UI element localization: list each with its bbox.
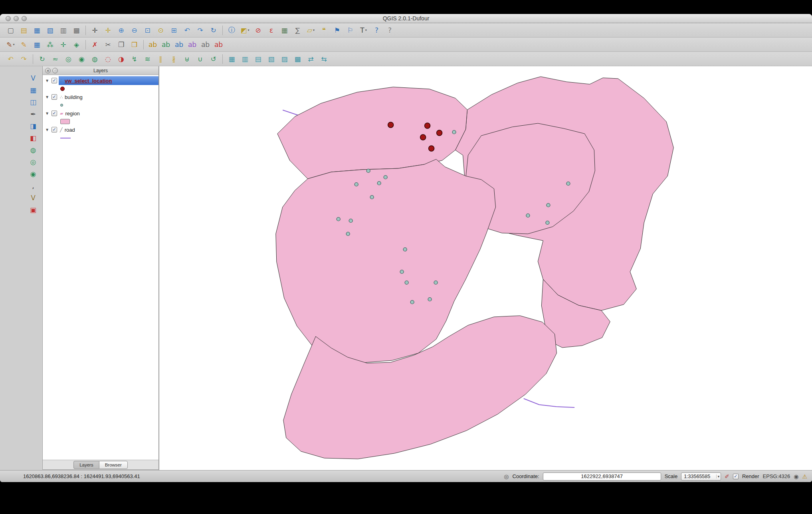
show-bookmarks-button[interactable]: ⚐	[344, 25, 357, 36]
map-canvas[interactable]	[159, 66, 812, 470]
table-move-button[interactable]: ▧	[265, 53, 278, 65]
label-show-hide-button[interactable]: ab	[199, 39, 212, 50]
delete-ring-button[interactable]: ◌	[101, 53, 115, 65]
move-feature-button[interactable]: ✛	[57, 39, 70, 50]
rotate-feature-button[interactable]: ↻	[36, 53, 49, 65]
select-features-button[interactable]: ◩▾	[238, 25, 252, 36]
merge-attributes-button[interactable]: ∪	[194, 53, 207, 65]
save-project-as-button[interactable]: ▧	[44, 25, 57, 36]
map-tips-button[interactable]: ❝	[317, 25, 331, 36]
labeling-button[interactable]: ab	[146, 39, 159, 50]
pan-map-button[interactable]: ✛	[88, 25, 101, 36]
zoom-next-button[interactable]: ↷	[194, 25, 207, 36]
zoom-full-button[interactable]: ⊡	[141, 25, 154, 36]
fill-ring-button[interactable]: ◍	[88, 53, 101, 65]
label-move-button[interactable]: ab	[159, 39, 172, 50]
add-spatialite-layer-button[interactable]: ✒	[26, 109, 40, 120]
select-features-dropdown-icon[interactable]: ▾	[248, 28, 250, 32]
open-attribute-table-button[interactable]: ▦	[278, 25, 291, 36]
raster-export-button[interactable]: ▦	[225, 53, 238, 65]
layer-item-road[interactable]: ▼✓╱road	[43, 125, 158, 134]
delete-selected-button[interactable]: ✗	[88, 39, 101, 50]
current-edits-button[interactable]: ✎▾	[4, 39, 17, 50]
layer-transfer-button[interactable]: ⇆	[317, 53, 331, 65]
tab-browser[interactable]: Browser	[99, 461, 128, 469]
rotate-point-symbols-button[interactable]: ↺	[207, 53, 220, 65]
split-parts-button[interactable]: ∦	[167, 53, 180, 65]
layer-item-region[interactable]: ▼✓▰region	[43, 109, 158, 118]
field-calculator-button[interactable]: ∑	[291, 25, 304, 36]
layer-visibility-checkbox[interactable]: ✓	[51, 78, 57, 83]
new-project-button[interactable]: ▢	[4, 25, 17, 36]
paste-features-button[interactable]: ❒	[128, 39, 141, 50]
layer-visibility-checkbox[interactable]: ✓	[51, 94, 57, 100]
text-annotation-dropdown-icon[interactable]: ▾	[365, 28, 367, 32]
copy-features-button[interactable]: ❐	[115, 39, 128, 50]
new-shapefile-layer-button[interactable]: V	[26, 192, 40, 204]
reshape-features-button[interactable]: ↯	[128, 53, 141, 65]
label-properties-button[interactable]: ab	[212, 39, 225, 50]
scale-dropdown-icon[interactable]: ▾	[716, 474, 720, 478]
simplify-feature-button[interactable]: ≈	[49, 53, 62, 65]
merge-features-button[interactable]: ⊎	[180, 53, 194, 65]
layer-label-area[interactable]: ∴building	[59, 93, 158, 101]
map-refresh-button[interactable]: ↻	[207, 25, 220, 36]
layer-label-area[interactable]: ╱road	[59, 125, 158, 134]
measure-dropdown-icon[interactable]: ▾	[313, 28, 315, 32]
select-by-expression-button[interactable]: ε	[265, 25, 278, 36]
layer-label-area[interactable]: ▰region	[59, 109, 158, 118]
undo-button[interactable]: ↶	[4, 53, 17, 65]
zoom-in-button[interactable]: ⊕	[115, 25, 128, 36]
composer-manager-button[interactable]: ▩	[70, 25, 83, 36]
add-vector-layer-button[interactable]: V	[26, 73, 40, 84]
save-layer-edits-button[interactable]: ▦	[30, 39, 44, 50]
label-pin-button[interactable]: ab	[186, 39, 199, 50]
zoom-to-layer-button[interactable]: ⊞	[167, 25, 180, 36]
split-features-button[interactable]: ∥	[154, 53, 167, 65]
offset-curve-button[interactable]: ≋	[141, 53, 154, 65]
zoom-window-button[interactable]	[22, 16, 27, 21]
layer-item-vw_select_location[interactable]: ▼✓∴vw_select_location	[43, 76, 158, 85]
coordinate-input[interactable]	[543, 472, 661, 480]
raster-import-button[interactable]: ▥	[238, 53, 252, 65]
pan-map-to-selection-button[interactable]: ✛	[101, 25, 115, 36]
add-wms-layer-button[interactable]: ◍	[26, 144, 40, 156]
add-mssql-layer-button[interactable]: ◨	[26, 121, 40, 132]
node-tool-button[interactable]: ◈	[70, 39, 83, 50]
mouse-position-icon[interactable]: ◎	[504, 473, 509, 480]
add-part-button[interactable]: ◉	[75, 53, 88, 65]
table-copy-button[interactable]: ▤	[252, 53, 265, 65]
zoom-out-button[interactable]: ⊖	[128, 25, 141, 36]
open-project-button[interactable]: ▤	[17, 25, 30, 36]
delete-part-button[interactable]: ◑	[115, 53, 128, 65]
measure-button[interactable]: ▱▾	[304, 25, 317, 36]
layer-item-building[interactable]: ▼✓∴building	[43, 93, 158, 101]
add-postgis-layer-button[interactable]: ◫	[26, 97, 40, 108]
render-checkbox[interactable]: ✓	[733, 474, 739, 479]
layer-visibility-checkbox[interactable]: ✓	[51, 127, 57, 132]
add-ring-button[interactable]: ◎	[62, 53, 75, 65]
add-feature-button[interactable]: ⁂	[44, 39, 57, 50]
save-project-button[interactable]: ▦	[30, 25, 44, 36]
close-window-button[interactable]	[6, 16, 11, 21]
new-print-composer-button[interactable]: ▥	[57, 25, 70, 36]
float-panel-button[interactable]: ◦	[52, 68, 58, 73]
render-toggle[interactable]: ✓ Render	[733, 473, 759, 479]
redo-button[interactable]: ↷	[17, 53, 30, 65]
table-merge-button[interactable]: ▨	[278, 53, 291, 65]
help-contents-button[interactable]: ?	[370, 25, 383, 36]
expander-icon[interactable]: ▼	[46, 79, 51, 83]
text-annotation-button[interactable]: T▾	[357, 25, 370, 36]
add-oracle-layer-button[interactable]: ◧	[26, 132, 40, 144]
expander-icon[interactable]: ▼	[46, 95, 51, 99]
deselect-features-button[interactable]: ⊘	[252, 25, 265, 36]
scale-combo[interactable]: 1:33565585 ▾	[681, 472, 721, 480]
expander-icon[interactable]: ▼	[46, 128, 51, 132]
add-raster-layer-button[interactable]: ▦	[26, 85, 40, 96]
add-wcs-layer-button[interactable]: ◎	[26, 156, 40, 168]
zoom-to-selection-button[interactable]: ⊙	[154, 25, 167, 36]
layer-visibility-checkbox[interactable]: ✓	[51, 111, 57, 116]
crs-status-icon[interactable]: ◉	[794, 473, 798, 480]
whats-this-button[interactable]: ?	[383, 25, 396, 36]
add-wfs-layer-button[interactable]: ◉	[26, 168, 40, 180]
